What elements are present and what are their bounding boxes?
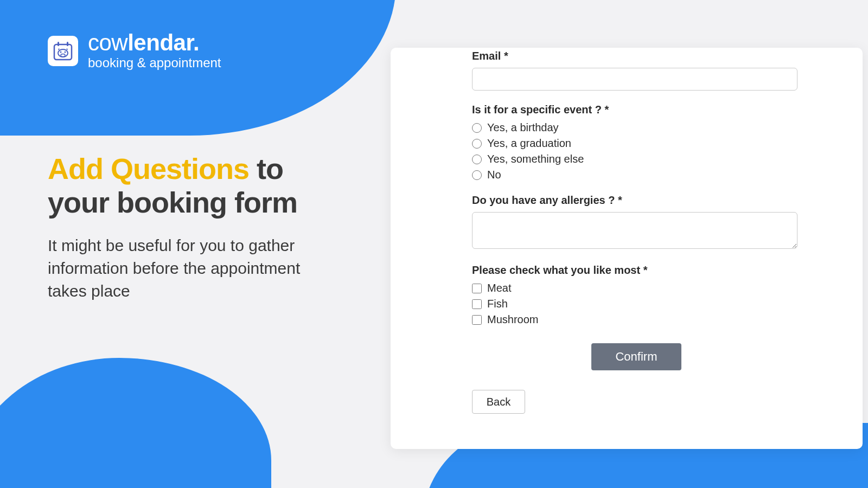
back-button[interactable]: Back [472,390,525,414]
allergies-input[interactable] [472,212,797,249]
likes-label: Please check what you like most * [472,264,803,277]
confirm-button[interactable]: Confirm [591,343,681,370]
allergies-field-group: Do you have any allergies ? * [472,194,803,251]
email-input[interactable] [472,68,797,91]
hero-title: Add Questions to your booking form [48,152,341,219]
brand-logo: cowlendar. booking & appointment [48,31,221,70]
booking-form-card: Email * Is it for a specific event ? * Y… [391,48,863,449]
checkbox-fish[interactable] [472,299,482,309]
background-blob-bottom-left [0,358,271,488]
radio-graduation[interactable] [472,139,482,149]
checkbox-mushroom[interactable] [472,315,482,325]
event-option-no[interactable]: No [472,169,803,181]
brand-name: cowlendar. [88,31,221,54]
svg-point-3 [58,49,68,57]
radio-something-else[interactable] [472,155,482,164]
cow-calendar-icon [48,36,78,66]
email-field-group: Email * [472,50,803,91]
allergies-label: Do you have any allergies ? * [472,194,803,207]
likes-field-group: Please check what you like most * Meat F… [472,264,803,326]
radio-birthday[interactable] [472,123,482,133]
likes-option-meat[interactable]: Meat [472,282,803,294]
likes-option-mushroom[interactable]: Mushroom [472,313,803,326]
event-option-something-else[interactable]: Yes, something else [472,153,803,165]
checkbox-meat[interactable] [472,284,482,293]
hero-subtitle: It might be useful for you to gather inf… [48,234,341,303]
event-label: Is it for a specific event ? * [472,104,803,116]
svg-point-4 [60,52,62,53]
svg-point-5 [65,52,66,53]
likes-option-fish[interactable]: Fish [472,298,803,310]
brand-tagline: booking & appointment [88,55,221,70]
svg-rect-1 [58,42,59,46]
email-label: Email * [472,50,803,62]
event-option-birthday[interactable]: Yes, a birthday [472,121,803,134]
hero-copy: Add Questions to your booking form It mi… [48,152,341,303]
radio-no[interactable] [472,170,482,180]
event-option-graduation[interactable]: Yes, a graduation [472,137,803,150]
svg-rect-2 [67,42,68,46]
event-field-group: Is it for a specific event ? * Yes, a bi… [472,104,803,181]
